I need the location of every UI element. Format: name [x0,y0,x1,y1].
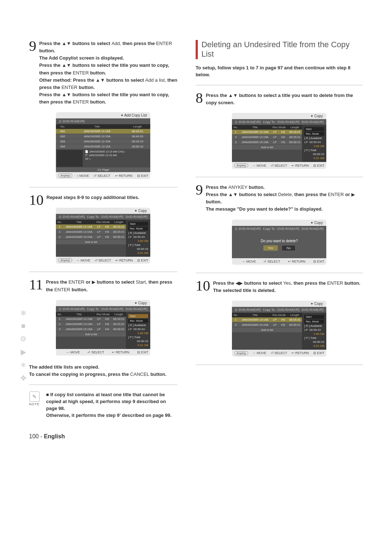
move-label: MOVE [79,174,89,178]
c: 1 [56,224,63,230]
txt: Repeat steps 8-9 to copy additional titl… [46,195,139,200]
t: button. [249,184,265,190]
col: Rec.Mode [271,125,287,130]
ui-copy-box-b: ✦ Copy ⊙ DVD-RAM(VR)Copy To : DVD-RAM(VR… [56,300,150,356]
recmode-label: Rec. Mode [304,132,324,136]
col: No. [232,125,239,130]
step-10-left: 10 Repeat steps 8-9 to copy additional t… [29,194,177,201]
txt: Press the [39,92,62,97]
label: DVD-RAM(VR) [126,307,148,311]
col: Rec.Mode [95,312,111,317]
c: 3 [56,235,63,240]
t: buttons to select [97,279,136,285]
exit-label: EXIT [141,259,148,262]
page-indicator: 1/1 Page [56,167,150,172]
v: 0.01 GB [304,157,324,160]
v: 00:00:16 [128,340,148,343]
txt: Other method: Press the [39,77,95,83]
c: LP [95,235,103,240]
col: No. [232,313,239,317]
exit-label: EXIT [317,164,324,167]
note-line: Otherwise, it performs the step 9' descr… [46,413,172,418]
cell: JAN/18/2005 12:15A [69,129,124,134]
select-label: SELECT [274,164,287,167]
gear-icon: ⚙ [20,334,26,343]
c: 00:15:21 [111,230,126,235]
c: HS [279,130,287,135]
v: 00:00:16 [304,153,324,156]
txt: The added title lists are copied. [29,364,99,370]
step-8-right: 8 Press the ▲▼ buttons to select a title… [196,92,363,106]
c: HS [279,135,287,140]
cell: 004 [56,144,69,149]
c: 00:15:21 [287,317,302,322]
return-label: RETURN [119,174,132,178]
v: 0.01 GB [128,344,148,347]
c: JAN/19/2005 13:15A [239,135,271,140]
label: DVD-RAM(VR) [302,308,324,312]
txt: Press the [39,62,62,68]
select-label: SELECT [268,260,280,263]
label: DVD-RAM(VR) [126,215,148,219]
start-label: Start [304,127,324,131]
add-a-list: Add a list [56,332,126,337]
t: then press the [294,280,327,286]
meta: JAN/18/2005 12:15 AM CH11 [89,150,125,153]
ui-copy-box-a: ✦ Copy ⊙ DVD-RAM(VR)Copy To : DVD-RAM(VR… [56,208,150,264]
t: ENTER [54,287,70,292]
t: ANYKEY [228,184,248,190]
t: or [345,192,351,197]
avail: [ R ] Available [304,137,324,140]
side-panel: Start Rec. Mode [ R ] Available LP 00:59… [302,125,326,162]
c: LP [271,322,279,327]
cell: 002 [56,134,69,139]
right-column: Deleting an Undesired Title from the Cop… [196,40,363,419]
move-label: MOVE [70,350,80,354]
label: Copy To : DVD-RAM(VR) [87,307,123,311]
cell: 00:10:21 [125,129,151,134]
v: LP [128,328,132,331]
c: LP [95,230,103,235]
c: LP [95,317,103,322]
t: ENTER [69,279,85,285]
col: Title [63,312,95,317]
step-number: 11 [29,279,43,291]
move-label: MOVE [257,164,266,167]
ui-copy-right-a: ✦ Copy ⊙ DVD-RAM(VR)Copy To : DVD-RAM(VR… [232,113,326,169]
c: 1 [56,317,63,322]
label: DVD-RAM(VR) [239,308,261,312]
cell: 00:50:16 [125,144,151,149]
label: Copy To : DVD-RAM(VR) [87,215,123,219]
note-line: If copy list contains at least one title… [46,392,166,411]
t: Press the [213,280,236,286]
c: 00:30:21 [287,322,302,327]
cell: JAN/20/2005 12:15A [69,139,124,144]
select-label: SELECT [274,351,287,355]
ptotal: [ P ] Total [304,336,324,340]
no-button[interactable]: No [282,245,295,251]
t: Delete, [278,192,293,197]
c: JAN/18/2005 12:15A [63,224,95,230]
ui-title: Copy [314,114,323,118]
recmode-label: Rec. Mode [128,319,148,323]
t: Start, [136,279,147,285]
c: JAN/20/2005 15:15A [239,322,271,327]
ui-title: Copy [314,221,323,225]
c: JAN/19/2005 13:15A [239,317,271,322]
cell: JAN/19/2005 12:15A [69,134,124,139]
move-label: MOVE [246,260,256,263]
anykey-badge: Anykey [234,351,248,355]
move-label: MOVE [81,259,90,262]
v: LP [128,235,132,239]
c: HS [103,317,111,322]
label: DVD-RAM(VR) [302,227,324,231]
txt: button. [79,85,95,90]
yes-button[interactable]: Yes [263,245,278,251]
note-block: ✎ NOTE ■ If copy list contains at least … [29,391,177,419]
move-icon: ✥ [20,374,26,382]
c: LP [95,224,103,230]
exit-label: EXIT [141,174,148,178]
page-number: 100 - [29,433,44,439]
exit-label: EXIT [317,351,324,355]
meta: JAN/18/2005 12:15 AM [89,154,117,157]
